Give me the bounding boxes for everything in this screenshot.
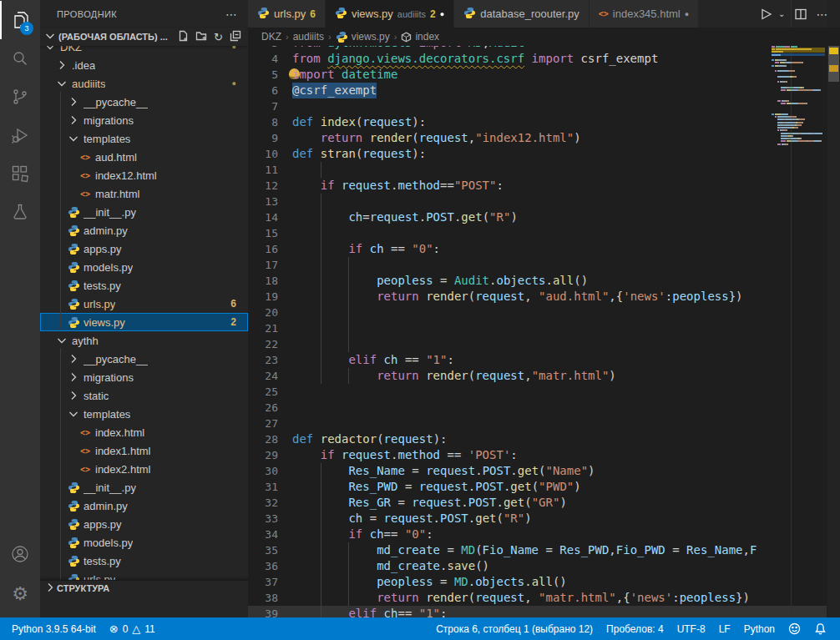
code-line-27[interactable]: 27 — [248, 416, 827, 431]
code-line-15[interactable]: 15 — [248, 225, 827, 241]
tree-item-__init__.py[interactable]: __init__.py — [40, 478, 248, 496]
language-mode-status[interactable]: Python — [737, 623, 782, 635]
notifications-bell-button[interactable] — [807, 622, 833, 635]
activity-source-control-button[interactable] — [0, 78, 40, 116]
code-line-23[interactable]: 23 elif ch == "1": — [248, 352, 827, 368]
code-line-24[interactable]: 24 return render(request,"matr.html") — [248, 368, 827, 384]
python-interpreter-status[interactable]: Python 3.9.5 64-bit — [5, 623, 103, 635]
code-line-28[interactable]: 28def redactor(request): — [248, 431, 827, 447]
tab-views.py[interactable]: views.pyaudiiits2● — [326, 0, 454, 28]
code-line-5[interactable]: 5import datetime — [248, 67, 827, 83]
code-line-19[interactable]: 19 return render(request, "aud.html",{'n… — [248, 289, 827, 305]
run-button[interactable] — [757, 5, 775, 23]
tree-item-models.py[interactable]: models.py — [40, 258, 248, 276]
tree-item-views.py[interactable]: views.py2 — [40, 313, 248, 331]
indentation-status[interactable]: Пробелов: 4 — [600, 623, 670, 635]
code-line-35[interactable]: 35 md_create = MD(Fio_Name = Res_PWD,Fio… — [248, 542, 827, 558]
code-line-13[interactable]: 13 — [248, 194, 827, 209]
code-line-33[interactable]: 33 ch = request.POST.get("R") — [248, 511, 827, 527]
tree-item-aythh[interactable]: aythh — [40, 331, 248, 350]
activity-settings-button[interactable]: ⚙ — [0, 575, 40, 613]
tree-item-matr.html[interactable]: <>matr.html — [40, 184, 248, 203]
activity-extensions-button[interactable] — [0, 154, 40, 193]
activity-run-debug-button[interactable] — [0, 116, 40, 154]
tree-item-templates[interactable]: templates — [40, 129, 248, 148]
tree-item-migrations[interactable]: migrations — [40, 111, 248, 129]
refresh-icon[interactable]: ↻ — [214, 32, 223, 43]
code-line-4[interactable]: 4from django.views.decorators.csrf impor… — [248, 51, 827, 67]
tree-item-audiiits[interactable]: audiiits● — [40, 74, 248, 93]
code-line-8[interactable]: 8def index(request): — [248, 114, 827, 130]
editor-scrollbar[interactable] — [827, 0, 840, 617]
tree-item-static[interactable]: static — [40, 386, 248, 405]
code-line-36[interactable]: 36 md_create.save() — [248, 558, 827, 574]
tree-item-models.py[interactable]: models.py — [40, 533, 248, 552]
tree-item-index1.html[interactable]: <>index1.html — [40, 441, 248, 460]
code-line-26[interactable]: 26 — [248, 400, 827, 416]
code-line-20[interactable]: 20 — [248, 305, 827, 320]
activity-testing-button[interactable] — [0, 193, 40, 231]
sidebar-more-actions-button[interactable]: ⋯ — [225, 8, 238, 21]
tree-item-index2.html[interactable]: <>index2.html — [40, 460, 248, 478]
tree-item-__pycache__[interactable]: __pycache__ — [40, 350, 248, 368]
code-line-11[interactable]: 11 — [248, 162, 827, 178]
code-line-30[interactable]: 30 Res_Name = request.POST.get("Name") — [248, 463, 827, 479]
tree-item-templates[interactable]: templates — [40, 405, 248, 423]
feedback-button[interactable] — [782, 622, 807, 635]
tree-item-apps.py[interactable]: apps.py — [40, 515, 248, 533]
activity-search-button[interactable] — [0, 39, 40, 78]
breadcrumb-item-audiiits[interactable]: audiiits — [293, 31, 324, 43]
breadcrumb-item-index[interactable]: index — [401, 31, 439, 43]
structure-section-header[interactable]: СТРУКТУРА — [40, 580, 248, 595]
code-line-18[interactable]: 18 peopless = Audit.objects.all() — [248, 273, 827, 289]
tree-item-admin.py[interactable]: admin.py — [40, 221, 248, 239]
code-line-9[interactable]: 9 return render(request,"index12.html") — [248, 130, 827, 146]
tree-item-index12.html[interactable]: <>index12.html — [40, 166, 248, 184]
code-line-29[interactable]: 29 if request.method == 'POST': — [248, 447, 827, 463]
problems-status[interactable]: ⊗0△11 — [103, 622, 162, 635]
tree-item-urls.py[interactable]: urls.py — [40, 570, 248, 580]
tab-index345.html[interactable]: <>index345.html● — [590, 0, 699, 28]
code-editor[interactable]: 3from aythh.models import MD,Audit4from … — [248, 46, 840, 617]
tree-item-__init__.py[interactable]: __init__.py — [40, 203, 248, 221]
tree-item-urls.py[interactable]: urls.py6 — [40, 295, 248, 313]
activity-account-button[interactable] — [0, 535, 40, 573]
tree-item-aud.html[interactable]: <>aud.html — [40, 148, 248, 166]
workspace-section-header[interactable]: (РАБОЧАЯ ОБЛАСТЬ) ... ↻ — [40, 28, 248, 46]
activity-explorer-button[interactable] — [0, 1, 40, 39]
code-line-37[interactable]: 37 peopless = MD.objects.all() — [248, 574, 827, 590]
code-line-21[interactable]: 21 — [248, 320, 827, 336]
breadcrumb-item-views.py[interactable]: views.py — [336, 31, 390, 43]
cursor-position-status[interactable]: Строка 6, столбец 1 (выбрано 12) — [429, 623, 600, 635]
code-line-38[interactable]: 38 return render(request, "matr.html",{'… — [248, 590, 827, 606]
collapse-all-icon[interactable] — [230, 30, 241, 43]
code-line-14[interactable]: 14 ch=request.POST.get("R") — [248, 209, 827, 225]
code-line-7[interactable]: 7 — [248, 98, 827, 114]
tree-item-tests.py[interactable]: tests.py — [40, 552, 248, 570]
tree-item-__pycache__[interactable]: __pycache__ — [40, 93, 248, 111]
code-line-34[interactable]: 34 if ch== "0": — [248, 527, 827, 542]
code-line-16[interactable]: 16 if ch == "0": — [248, 241, 827, 257]
tree-item-admin.py[interactable]: admin.py — [40, 496, 248, 515]
code-line-25[interactable]: 25 — [248, 384, 827, 400]
run-dropdown-chevron-icon[interactable]: ⌄ — [778, 9, 788, 18]
code-line-32[interactable]: 32 Res_GR = request.POST.get("GR") — [248, 495, 827, 511]
tab-urls.py[interactable]: urls.py6 — [248, 0, 326, 28]
new-file-icon[interactable] — [177, 30, 189, 43]
tree-item-migrations[interactable]: migrations — [40, 368, 248, 386]
tree-item-index.html[interactable]: <>index.html — [40, 423, 248, 441]
code-line-17[interactable]: 17 — [248, 257, 827, 273]
tree-item-apps.py[interactable]: apps.py — [40, 239, 248, 258]
tree-item-.idea[interactable]: .idea — [40, 56, 248, 74]
split-editor-button[interactable] — [792, 5, 810, 23]
encoding-status[interactable]: UTF-8 — [670, 623, 712, 635]
code-line-6[interactable]: 6@csrf_exempt — [248, 83, 827, 98]
code-line-22[interactable]: 22 — [248, 336, 827, 352]
tab-database_roouter.py[interactable]: database_roouter.py — [454, 0, 590, 28]
code-line-12[interactable]: 12 if request.method=="POST": — [248, 178, 827, 194]
new-folder-icon[interactable] — [195, 30, 207, 43]
code-line-10[interactable]: 10def stran(request): — [248, 146, 827, 162]
eol-status[interactable]: LF — [712, 623, 737, 635]
code-line-31[interactable]: 31 Res_PWD = request.POST.get("PWD") — [248, 479, 827, 495]
tree-item-tests.py[interactable]: tests.py — [40, 276, 248, 295]
